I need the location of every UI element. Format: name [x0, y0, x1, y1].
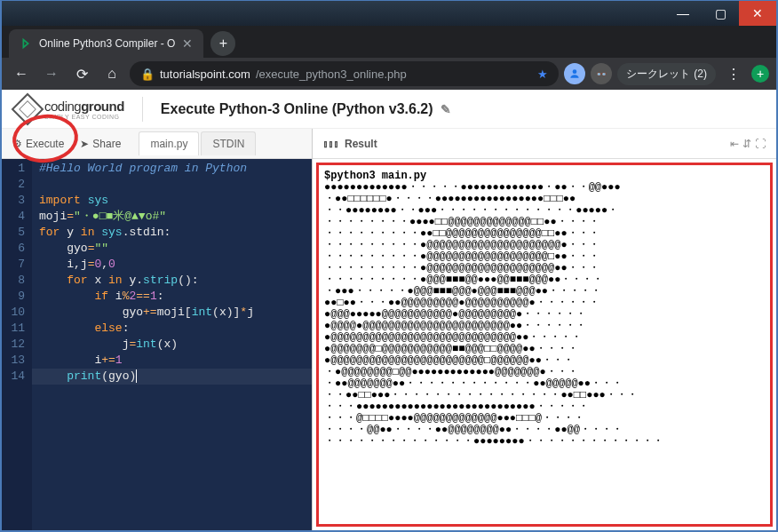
logo-text: codingground	[44, 99, 124, 114]
editor-toolbar: ⚙ Execute ➤ Share main.py STDIN	[2, 129, 312, 159]
browser-tabbar: Online Python3 Compiler - O ✕ +	[2, 26, 776, 58]
address-bar: ← → ⟳ ⌂ 🔒 tutorialspoint.com/execute_pyt…	[2, 58, 776, 90]
home-button[interactable]: ⌂	[99, 61, 124, 86]
edit-icon[interactable]: ✎	[441, 102, 451, 116]
code-editor[interactable]: 1234567891011121314 #Hello World program…	[2, 159, 312, 530]
tab-title: Online Python3 Compiler - O	[39, 37, 175, 50]
maximize-button[interactable]: ▢	[702, 1, 739, 26]
url-domain: tutorialspoint.com	[160, 67, 250, 81]
tab-favicon-icon	[20, 37, 32, 50]
line-gutter: 1234567891011121314	[2, 159, 32, 530]
share-button[interactable]: ➤ Share	[73, 134, 128, 154]
code-content[interactable]: #Hello World program in Python import sy…	[32, 159, 312, 530]
execute-button[interactable]: ⚙ Execute	[5, 134, 71, 154]
file-tab-stdin[interactable]: STDIN	[201, 131, 256, 155]
extension-plus-icon[interactable]: +	[751, 65, 769, 83]
new-tab-button[interactable]: +	[210, 31, 235, 56]
result-header: ⫾⫾⫾ Result ⇤ ⇵ ⛶	[313, 129, 776, 159]
minimize-button[interactable]: —	[664, 1, 702, 26]
expand-vert-icon[interactable]: ⇵	[742, 138, 751, 150]
result-title: Result	[345, 138, 377, 150]
close-window-button[interactable]: ✕	[739, 1, 776, 26]
site-logo[interactable]: codingground SIMPLY EASY CODING	[16, 98, 124, 121]
lock-icon: 🔒	[140, 67, 155, 81]
terminal-output[interactable]: $python3 main.py ●●●●●●●●●●●●●・・・・・●●●●●…	[316, 163, 773, 527]
bookmark-star-icon[interactable]: ★	[537, 67, 548, 81]
incognito-avatar-icon[interactable]: 👓	[591, 63, 612, 84]
back-button[interactable]: ←	[9, 61, 34, 86]
logo-subtitle: SIMPLY EASY CODING	[44, 114, 124, 120]
file-tab-main[interactable]: main.py	[139, 131, 199, 155]
share-icon: ➤	[80, 138, 89, 150]
page-header: codingground SIMPLY EASY CODING Execute …	[2, 90, 776, 129]
browser-menu-button[interactable]: ⋮	[721, 61, 746, 86]
page-title: Execute Python-3 Online (Python v3.6.2) …	[161, 101, 451, 117]
fullscreen-icon[interactable]: ⛶	[755, 138, 766, 150]
url-path: /execute_python3_online.php	[256, 67, 407, 81]
logo-icon	[12, 92, 44, 125]
profile-avatar-icon[interactable]	[564, 63, 585, 84]
expand-left-icon[interactable]: ⇤	[730, 138, 739, 150]
window-titlebar: — ▢ ✕	[2, 1, 776, 26]
tab-close-icon[interactable]: ✕	[182, 36, 193, 51]
gear-icon: ⚙	[12, 138, 22, 150]
incognito-badge[interactable]: シークレット (2)	[617, 63, 716, 85]
result-bars-icon: ⫾⫾⫾	[323, 138, 339, 150]
forward-button[interactable]: →	[39, 61, 64, 86]
browser-tab[interactable]: Online Python3 Compiler - O ✕	[9, 29, 203, 58]
svg-point-0	[573, 69, 577, 74]
reload-button[interactable]: ⟳	[69, 61, 94, 86]
url-field[interactable]: 🔒 tutorialspoint.com/execute_python3_onl…	[130, 61, 559, 86]
